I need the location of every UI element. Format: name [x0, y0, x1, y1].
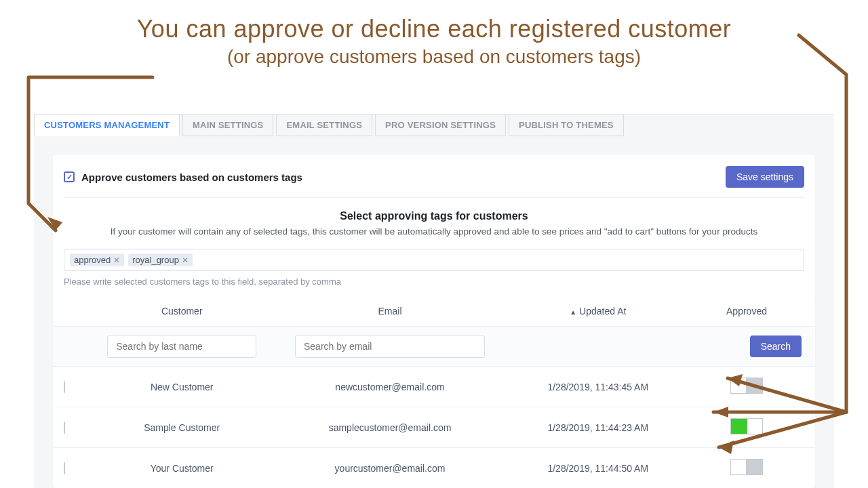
search-button[interactable]: Search — [750, 336, 802, 357]
tab-pro-version-settings[interactable]: PRO VERSION SETTINGS — [375, 114, 506, 136]
annotation-title: You can approve or decline each register… — [0, 15, 868, 43]
table-row: Sample Customer samplecustomer@email.com… — [53, 407, 815, 448]
tag-chip-label: royal_group — [132, 255, 179, 265]
table-row: Your Customer yourcustomer@email.com 1/2… — [53, 448, 815, 488]
approved-toggle[interactable] — [730, 378, 763, 394]
cell-email: newcustomer@email.com — [273, 382, 507, 392]
save-settings-button[interactable]: Save settings — [726, 166, 804, 188]
tag-chip: royal_group ✕ — [128, 253, 193, 266]
customers-table: Customer Email ▲Updated At Approved Sear… — [53, 296, 815, 488]
approve-by-tags-checkbox[interactable]: ✓ — [64, 171, 75, 182]
cell-updated: 1/28/2019, 11:44:23 AM — [507, 422, 689, 433]
filter-email-input[interactable] — [295, 335, 485, 358]
approved-toggle[interactable] — [730, 459, 763, 475]
table-row: New Customer newcustomer@email.com 1/28/… — [53, 367, 815, 407]
tag-remove-icon[interactable]: ✕ — [182, 256, 189, 265]
tags-input[interactable]: approved ✕ royal_group ✕ — [64, 249, 804, 271]
tab-publish-to-themes[interactable]: PUBLISH TO THEMES — [509, 114, 624, 136]
tab-main-settings[interactable]: MAIN SETTINGS — [182, 114, 273, 136]
tag-chip: approved ✕ — [70, 253, 124, 266]
sort-asc-icon: ▲ — [570, 308, 576, 316]
filter-lastname-input[interactable] — [107, 335, 256, 358]
row-checkbox[interactable] — [64, 462, 65, 474]
col-header-customer[interactable]: Customer — [91, 306, 273, 317]
annotation-subtitle: (or approve customers based on customers… — [0, 46, 868, 68]
tab-bar: CUSTOMERS MANAGEMENT MAIN SETTINGS EMAIL… — [34, 114, 627, 136]
select-tags-heading: Select approving tags for customers — [64, 210, 804, 222]
tag-remove-icon[interactable]: ✕ — [113, 256, 120, 265]
col-header-email[interactable]: Email — [273, 306, 507, 317]
row-checkbox[interactable] — [64, 422, 65, 434]
col-header-approved[interactable]: Approved — [689, 306, 804, 317]
approve-by-tags-option[interactable]: ✓ Approve customers based on customers t… — [64, 171, 302, 183]
cell-email: samplecustomer@email.com — [273, 422, 507, 433]
tags-settings-card: ✓ Approve customers based on customers t… — [53, 155, 815, 298]
row-checkbox[interactable] — [64, 381, 65, 393]
table-header: Customer Email ▲Updated At Approved — [53, 296, 815, 327]
cell-updated: 1/28/2019, 11:43:45 AM — [507, 382, 689, 392]
approved-toggle[interactable] — [730, 418, 763, 434]
tags-hint: Please write selected customers tags to … — [64, 277, 804, 287]
tag-chip-label: approved — [74, 255, 111, 265]
cell-customer: Sample Customer — [91, 422, 273, 433]
select-tags-description: If your customer will contain any of sel… — [64, 226, 804, 237]
cell-customer: Your Customer — [91, 463, 273, 474]
cell-updated: 1/28/2019, 11:44:50 AM — [507, 463, 689, 474]
cell-email: yourcustomer@email.com — [273, 463, 507, 474]
approve-by-tags-label: Approve customers based on customers tag… — [81, 171, 302, 183]
tab-email-settings[interactable]: EMAIL SETTINGS — [276, 114, 372, 136]
filter-row: Search — [53, 327, 815, 367]
tab-customers-management[interactable]: CUSTOMERS MANAGEMENT — [34, 114, 180, 136]
col-header-updated[interactable]: ▲Updated At — [507, 306, 689, 317]
cell-customer: New Customer — [91, 382, 273, 392]
admin-panel: CUSTOMERS MANAGEMENT MAIN SETTINGS EMAIL… — [34, 114, 834, 488]
